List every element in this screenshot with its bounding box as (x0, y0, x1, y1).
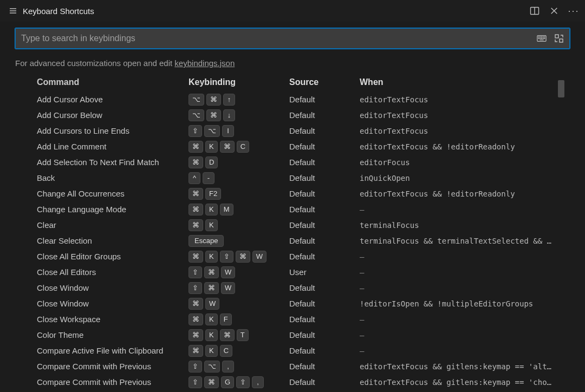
scrollbar-thumb[interactable] (558, 80, 564, 97)
source-cell: Default (289, 252, 360, 261)
command-cell: Add Cursor Below (37, 110, 188, 120)
table-row[interactable]: Close All Editor Groups⌘K⇧⌘WDefault— (15, 249, 570, 264)
svg-point-12 (544, 37, 545, 37)
source-cell: Default (289, 126, 360, 135)
table-row[interactable]: Add Cursor Below⌥⌘↓DefaulteditorTextFocu… (15, 107, 570, 123)
command-cell: Compare Active File with Clipboard (37, 346, 188, 355)
source-cell: Default (289, 236, 360, 245)
header-keybinding[interactable]: Keybinding (188, 77, 289, 87)
search-input[interactable] (21, 34, 531, 43)
key-cap: W (205, 298, 219, 310)
table-row[interactable]: Compare Active File with Clipboard⌘KCDef… (15, 343, 570, 358)
close-icon[interactable] (549, 6, 559, 16)
key-cap: K (205, 219, 218, 231)
command-cell: Close Workspace (37, 315, 188, 324)
when-cell: — (360, 347, 570, 355)
key-cap: W (221, 282, 235, 294)
key-cap: ⇧ (236, 376, 250, 388)
key-cap: ⌥ (188, 94, 204, 106)
key-cap: C (237, 141, 249, 153)
header-when[interactable]: When (360, 77, 570, 87)
search-box[interactable] (15, 28, 570, 49)
key-cap: M (220, 204, 233, 215)
keybinding-cell: ⌘D (188, 156, 289, 168)
keybindings-json-link[interactable]: keybindings.json (174, 58, 235, 68)
table-row[interactable]: Back^-DefaultinQuickOpen (15, 170, 570, 186)
header-source[interactable]: Source (289, 77, 360, 87)
key-cap: K (205, 313, 218, 325)
svg-point-13 (538, 38, 539, 38)
when-cell: — (360, 205, 570, 214)
table-row[interactable]: Add Line Comment⌘K⌘CDefaulteditorTextFoc… (15, 139, 570, 154)
table-row[interactable]: Add Cursors to Line Ends⇧⌥IDefaulteditor… (15, 123, 570, 139)
key-cap: ^ (188, 172, 200, 184)
scrollbar-track[interactable] (558, 80, 564, 383)
key-cap: ⌘ (188, 251, 203, 263)
svg-point-11 (543, 37, 543, 37)
key-cap: ⌘ (204, 376, 219, 388)
table-row[interactable]: Close Window⌘WDefault!editorIsOpen && !m… (15, 296, 570, 311)
keybinding-cell: ⌘K⇧⌘W (188, 251, 289, 263)
sort-icon[interactable] (554, 34, 564, 43)
table-row[interactable]: Clear SelectionEscapeDefaultterminalFocu… (15, 233, 570, 249)
key-cap: F (220, 313, 232, 325)
split-editor-icon[interactable] (530, 6, 540, 16)
key-cap: ⇧ (188, 266, 202, 278)
command-cell: Close All Editors (37, 267, 188, 277)
command-cell: Compare Commit with Previous (37, 362, 188, 371)
table-row[interactable]: Change All Occurrences⌘F2DefaulteditorTe… (15, 186, 570, 201)
key-cap: ⌘ (188, 204, 203, 215)
source-cell: Default (289, 110, 360, 120)
hint-text: For advanced customizations open and edi… (15, 58, 174, 68)
more-actions-icon[interactable]: ··· (569, 6, 578, 16)
command-cell: Add Cursors to Line Ends (37, 126, 188, 135)
key-cap: ⌘ (188, 141, 203, 153)
table-row[interactable]: Compare Commit with Previous⇧⌘G⇧,Default… (15, 374, 570, 390)
table-row[interactable]: Add Selection To Next Find Match⌘DDefaul… (15, 154, 570, 170)
when-cell: editorFocus (360, 158, 570, 167)
key-cap: ⌥ (188, 109, 204, 121)
key-cap: , (252, 376, 264, 388)
table-row[interactable]: Color Theme⌘K⌘TDefault— (15, 327, 570, 343)
keybinding-cell: ⇧⌥I (188, 125, 289, 137)
table-row[interactable]: Close Window⇧⌘WDefault— (15, 280, 570, 296)
key-cap: - (203, 172, 214, 184)
source-cell: User (289, 267, 360, 277)
hint-line: For advanced customizations open and edi… (0, 51, 585, 73)
source-cell: Default (289, 205, 360, 214)
key-cap: K (205, 251, 218, 263)
keybindings-table: Command Keybinding Source When Add Curso… (0, 73, 585, 390)
command-cell: Close Window (37, 283, 188, 292)
source-cell: Default (289, 173, 360, 182)
svg-point-9 (540, 37, 541, 37)
source-cell: Default (289, 330, 360, 339)
table-row[interactable]: Close Workspace⌘KFDefault— (15, 311, 570, 327)
keybinding-cell: ⇧⌘W (188, 282, 289, 294)
key-cap: ⌘ (188, 219, 203, 231)
keybinding-cell: ^- (188, 172, 289, 184)
tab-title: Keyboard Shortcuts (23, 6, 94, 16)
table-row[interactable]: Change Language Mode⌘KMDefault— (15, 201, 570, 217)
table-row[interactable]: Compare Commit with Previous⇧⌥,Defaulted… (15, 358, 570, 374)
source-cell: Default (289, 377, 360, 387)
key-cap: K (205, 345, 218, 357)
svg-point-15 (541, 38, 542, 38)
keyboard-icon[interactable] (537, 34, 547, 43)
keybinding-cell: ⌘W (188, 298, 289, 310)
when-cell: editorTextFocus (360, 127, 570, 135)
keyboard-shortcuts-icon (9, 6, 17, 15)
command-cell: Clear Selection (37, 236, 188, 245)
table-body: Add Cursor Above⌥⌘↑DefaulteditorTextFocu… (15, 92, 570, 390)
keybinding-cell: ⌘K (188, 219, 289, 231)
header-command[interactable]: Command (37, 77, 188, 87)
svg-point-8 (538, 37, 539, 37)
source-cell: Default (289, 283, 360, 292)
table-row[interactable]: Add Cursor Above⌥⌘↑DefaulteditorTextFocu… (15, 92, 570, 107)
active-tab[interactable]: Keyboard Shortcuts (4, 0, 99, 22)
when-cell: inQuickOpen (360, 174, 570, 182)
key-cap: D (205, 156, 218, 168)
key-cap: T (237, 329, 249, 341)
source-cell: Default (289, 220, 360, 230)
table-row[interactable]: Clear⌘KDefaultterminalFocus (15, 217, 570, 233)
table-row[interactable]: Close All Editors⇧⌘WUser— (15, 264, 570, 280)
